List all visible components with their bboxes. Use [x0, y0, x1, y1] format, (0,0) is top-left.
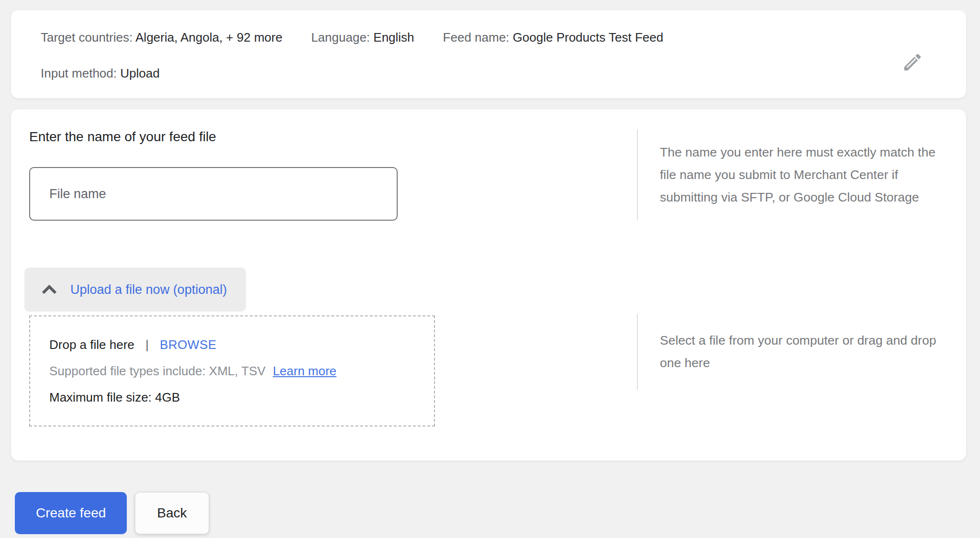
summary-row-2: Input method: Upload: [41, 65, 936, 81]
upload-toggle-label: Upload a file now (optional): [70, 282, 227, 297]
dropzone-line-1: Drop a file here | BROWSE: [49, 332, 424, 358]
summary-row-1: Target countries: Algeria, Angola, + 92 …: [41, 29, 936, 45]
edit-feed-settings-button[interactable]: [900, 50, 925, 75]
dropzone-line-2: Supported file types include: XML, TSV L…: [49, 358, 424, 384]
language-value: English: [373, 30, 414, 45]
feed-name-label: Feed name:: [443, 30, 510, 45]
upload-toggle-button[interactable]: Upload a file now (optional): [24, 268, 246, 312]
separator-pipe: |: [145, 337, 149, 352]
feed-name-value: Google Products Test Feed: [513, 30, 664, 45]
file-name-help-paragraph: The name you enter here must exactly mat…: [660, 141, 940, 209]
target-countries-value: Algeria, Angola, + 92 more: [135, 30, 282, 45]
supported-types-text: Supported file types include: XML, TSV: [49, 364, 266, 378]
file-name-help-text: The name you enter here must exactly mat…: [637, 129, 948, 220]
file-dropzone[interactable]: Drop a file here | BROWSE Supported file…: [29, 315, 435, 426]
target-countries-field: Target countries: Algeria, Angola, + 92 …: [41, 29, 282, 45]
language-field: Language: English: [311, 29, 414, 45]
learn-more-link[interactable]: Learn more: [273, 364, 336, 378]
feed-name-field: Feed name: Google Products Test Feed: [443, 29, 664, 45]
chevron-up-icon: [41, 284, 58, 295]
input-method-label: Input method:: [41, 66, 117, 80]
action-buttons: Create feed Back: [15, 492, 209, 534]
browse-link[interactable]: BROWSE: [160, 337, 217, 352]
upload-help-paragraph: Select a file from your computer or drag…: [660, 329, 940, 374]
create-feed-button[interactable]: Create feed: [15, 492, 127, 534]
file-name-input[interactable]: [29, 167, 398, 221]
pencil-icon: [902, 51, 924, 75]
feed-file-heading: Enter the name of your feed file: [29, 129, 216, 145]
max-file-size-text: Maximum file size: 4GB: [49, 384, 424, 411]
drop-file-text: Drop a file here: [49, 337, 134, 352]
feed-setup-page: Target countries: Algeria, Angola, + 92 …: [0, 0, 980, 538]
input-method-value: Upload: [120, 66, 159, 80]
language-label: Language:: [311, 30, 370, 45]
input-method-field: Input method: Upload: [41, 65, 160, 81]
back-button[interactable]: Back: [135, 492, 209, 534]
upload-help-text: Select a file from your computer or drag…: [637, 314, 948, 390]
feed-summary-card: Target countries: Algeria, Angola, + 92 …: [11, 10, 967, 99]
feed-file-card: Enter the name of your feed file Upload …: [11, 109, 967, 461]
target-countries-label: Target countries:: [41, 30, 133, 45]
